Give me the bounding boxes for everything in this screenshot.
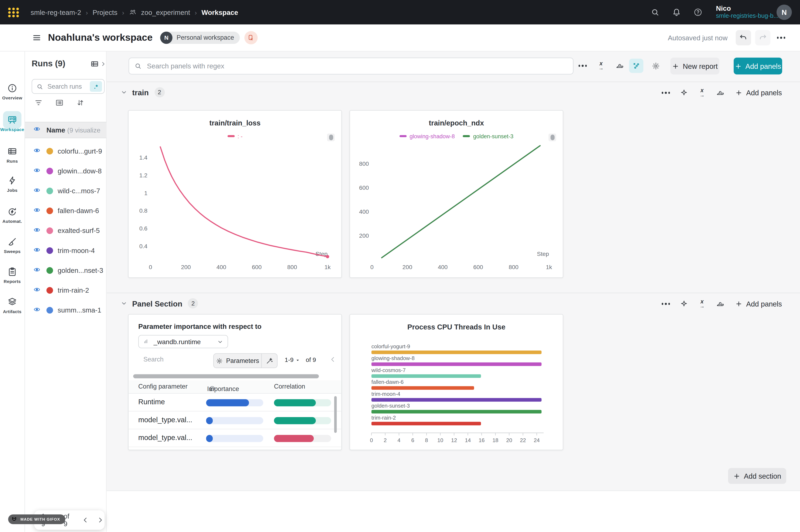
panel-search-input[interactable] <box>146 62 573 70</box>
visibility-eye-icon[interactable] <box>34 167 42 175</box>
breadcrumb-workspace[interactable]: Workspace <box>202 8 238 16</box>
regex-toggle[interactable]: .* <box>90 81 102 92</box>
x-axis-settings-icon[interactable]: x→ <box>696 298 708 310</box>
col-correlation[interactable]: Correlation <box>274 383 305 390</box>
visibility-eye-icon[interactable] <box>34 306 42 314</box>
visibility-eye-icon[interactable] <box>34 247 42 254</box>
undo-button[interactable] <box>736 30 751 45</box>
notifications-bell-icon[interactable] <box>672 8 681 17</box>
group-list-icon[interactable] <box>55 98 64 107</box>
breadcrumb-team[interactable]: smle-reg-team-2 <box>31 8 81 16</box>
run-row[interactable]: golden...nset-3 <box>25 261 107 281</box>
parameters-button[interactable]: Parameters <box>214 354 261 368</box>
panel-cpu-threads[interactable]: colorful-yogurt-9glowing-shadow-8wild-co… <box>350 314 563 450</box>
next-page-icon[interactable] <box>96 516 105 524</box>
visibility-eye-icon[interactable] <box>34 187 42 195</box>
importance-track <box>206 417 263 424</box>
redo-button[interactable] <box>755 30 770 45</box>
panel-drag-handle-icon[interactable] <box>548 134 556 141</box>
settings-gear-icon[interactable] <box>649 60 662 72</box>
collapse-chevron-icon[interactable] <box>329 355 337 363</box>
run-row[interactable]: colorfu...gurt-9 <box>25 141 107 161</box>
runs-search-input[interactable] <box>46 82 84 90</box>
toolbar-overflow-icon[interactable] <box>577 60 589 72</box>
legend-item[interactable]: glowing-shadow-8 <box>399 133 455 139</box>
sidebar-item-sweeps[interactable]: Sweeps <box>0 236 24 254</box>
visibility-eye-icon[interactable] <box>34 286 42 294</box>
user-menu[interactable]: Nico smle-registries-bug-b... <box>716 4 779 20</box>
sidebar-item-jobs[interactable]: Jobs <box>0 175 24 193</box>
sidebar-item-overview[interactable]: Overview <box>0 83 24 100</box>
col-config-parameter[interactable]: Config parameter <box>138 383 188 390</box>
sidebar-item-workspace[interactable]: Workspace <box>0 115 24 132</box>
panel-smoothing-icon[interactable] <box>613 60 626 72</box>
chart-title: train/train_loss <box>129 119 341 127</box>
outliers-toggle-icon[interactable] <box>629 59 644 73</box>
clear-workspace-icon[interactable] <box>244 31 258 44</box>
sidebar-item-reports[interactable]: Reports <box>0 267 24 284</box>
panel-drag-handle-icon[interactable] <box>327 134 335 141</box>
run-row[interactable]: trim-rain-2 <box>25 281 107 300</box>
breadcrumb-project[interactable]: zoo_experiment <box>141 8 190 16</box>
new-report-button[interactable]: New report <box>670 58 719 74</box>
vertical-scrollbar[interactable] <box>334 396 337 433</box>
horizontal-scrollbar[interactable] <box>133 374 334 378</box>
run-row[interactable]: glowin...dow-8 <box>25 161 107 181</box>
user-team-link[interactable]: smle-registries-bug-b... <box>716 12 779 20</box>
personal-workspace-badge[interactable]: N Personal workspace <box>160 32 240 44</box>
chevron-down-icon[interactable] <box>120 89 128 96</box>
panel-smoothing-icon[interactable] <box>714 298 726 310</box>
breadcrumb-projects[interactable]: Projects <box>92 8 117 16</box>
prev-page-icon[interactable] <box>81 516 89 524</box>
help-icon[interactable] <box>693 8 703 17</box>
legend-item[interactable]: golden-sunset-3 <box>463 133 513 139</box>
search-icon[interactable] <box>651 8 660 17</box>
sidebar-item-runs[interactable]: Runs <box>0 146 24 164</box>
param-pagination[interactable]: 1-9 of 9 <box>284 356 316 364</box>
visibility-eye-icon[interactable] <box>34 266 42 274</box>
section-spotlight-icon[interactable] <box>677 87 690 99</box>
metric-dropdown[interactable]: _wandb.runtime <box>138 335 228 348</box>
run-row[interactable]: fallen-dawn-6 <box>25 201 107 221</box>
section-overflow-icon[interactable] <box>660 298 672 310</box>
table-row[interactable]: model_type.val... <box>129 429 341 447</box>
run-row[interactable]: summ...sma-1 <box>25 300 107 320</box>
section-overflow-icon[interactable] <box>660 87 672 99</box>
section-spotlight-icon[interactable] <box>677 298 690 310</box>
x-axis-settings-icon[interactable]: x→ <box>595 60 607 72</box>
legend-item[interactable]: : - <box>227 133 242 139</box>
wandb-logo-icon[interactable] <box>8 7 19 17</box>
run-row[interactable]: wild-c...mos-7 <box>25 181 107 201</box>
table-row[interactable]: Runtime <box>129 394 341 411</box>
section-title[interactable]: train <box>132 88 149 97</box>
magic-wand-button[interactable] <box>262 354 277 368</box>
section-add-panels-button[interactable]: Add panels <box>733 84 784 101</box>
panel-train-loss[interactable]: 0.40.60.811.21.402004006008001kStep trai… <box>128 110 342 278</box>
x-axis-settings-icon[interactable]: x→ <box>696 87 708 99</box>
param-search-input[interactable] <box>142 355 200 363</box>
avatar[interactable]: N <box>777 4 792 20</box>
section-add-panels-button[interactable]: Add panels <box>733 295 784 312</box>
filter-icon[interactable] <box>34 98 43 107</box>
sort-icon[interactable] <box>76 98 85 107</box>
sidebar-item-artifacts[interactable]: Artifacts <box>0 297 24 314</box>
visibility-eye-icon[interactable] <box>34 207 42 215</box>
visibility-eye-icon[interactable] <box>34 147 42 155</box>
header-overflow-menu[interactable] <box>775 30 788 45</box>
section-title[interactable]: Panel Section <box>132 299 182 308</box>
hamburger-menu-icon[interactable] <box>32 33 41 42</box>
panel-parameter-importance[interactable]: Parameter importance with respect to _wa… <box>128 314 342 450</box>
table-row[interactable]: model_type.val... <box>129 412 341 429</box>
chevron-down-icon[interactable] <box>120 300 128 307</box>
runs-table-icon[interactable] <box>90 60 99 69</box>
add-panels-button[interactable]: Add panels <box>733 58 782 74</box>
run-row[interactable]: trim-moon-4 <box>25 241 107 261</box>
visibility-eye-icon[interactable] <box>34 227 42 235</box>
sidebar-item-automat[interactable]: Automat. <box>0 207 24 224</box>
panel-smoothing-icon[interactable] <box>714 87 726 99</box>
visibility-eye-icon[interactable] <box>34 126 42 134</box>
run-row[interactable]: exalted-surf-5 <box>25 221 107 241</box>
add-section-button[interactable]: Add section <box>728 468 786 484</box>
panel-epoch-ndx[interactable]: 20040060080002004006008001kStep train/ep… <box>350 110 563 278</box>
expand-runs-table-icon[interactable] <box>100 61 107 68</box>
